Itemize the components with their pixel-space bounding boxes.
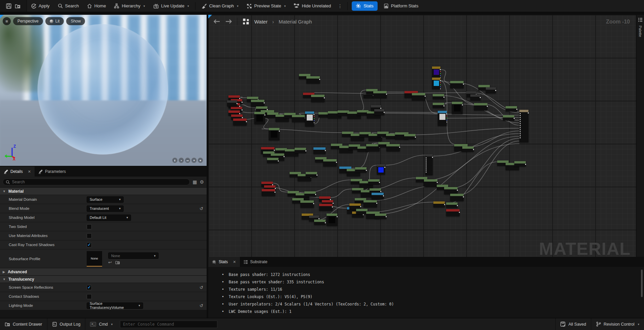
node-output-pin[interactable] <box>525 164 526 165</box>
node-output-pin[interactable] <box>384 112 385 113</box>
node-output-pin[interactable] <box>440 86 441 87</box>
graph-node[interactable] <box>372 193 384 199</box>
browse-to-asset-icon[interactable] <box>15 3 20 9</box>
use-selected-icon[interactable]: ↩ <box>108 260 112 265</box>
node-output-pin[interactable] <box>457 205 458 206</box>
node-output-pin[interactable] <box>432 157 433 158</box>
graph-node[interactable] <box>305 111 314 127</box>
section-header-material[interactable]: ▼Material <box>0 187 207 195</box>
graph-node[interactable] <box>470 94 480 100</box>
browse-icon[interactable] <box>115 260 120 265</box>
node-output-pin[interactable] <box>337 216 338 217</box>
node-output-pin[interactable] <box>384 167 385 168</box>
node-output-pin[interactable] <box>242 117 243 118</box>
node-input-pin[interactable] <box>520 131 521 132</box>
node-output-pin[interactable] <box>446 115 447 116</box>
node-output-pin[interactable] <box>380 191 381 192</box>
node-output-pin[interactable] <box>242 109 243 110</box>
stats-toggle-button[interactable]: i Stats <box>352 1 378 11</box>
node-input-pin[interactable] <box>520 121 521 122</box>
graph-node[interactable] <box>404 134 416 139</box>
preview-viewport[interactable]: ≡ Perspective Lit Show Z X ▮ ● ▬ ■ ◆ <box>0 15 207 166</box>
node-input-pin[interactable] <box>426 168 427 169</box>
node-output-pin[interactable] <box>325 150 326 151</box>
graph-node[interactable] <box>327 214 337 226</box>
node-output-pin[interactable] <box>366 170 367 171</box>
node-output-pin[interactable] <box>360 206 361 207</box>
preview-cylinder-button[interactable]: ▮ <box>172 157 178 163</box>
graph-node[interactable] <box>313 147 326 154</box>
tab-parameters[interactable]: Parameters <box>35 167 70 177</box>
display-options-icon[interactable]: ▦ <box>192 180 197 184</box>
node-output-pin[interactable] <box>473 149 474 150</box>
cmd-selector[interactable]: >_ Cmd ▾ <box>85 318 117 330</box>
breadcrumb-page[interactable]: Material Graph <box>278 19 312 25</box>
graph-node[interactable] <box>438 111 447 126</box>
graph-node[interactable] <box>269 128 280 140</box>
node-input-pin[interactable] <box>426 161 427 162</box>
node-output-pin[interactable] <box>440 80 441 81</box>
node-output-pin[interactable] <box>459 212 460 213</box>
reset-to-default-icon[interactable]: ↺ <box>200 285 203 290</box>
node-input-pin[interactable] <box>426 166 427 167</box>
node-output-pin[interactable] <box>246 121 247 122</box>
preview-plane-button[interactable]: ▬ <box>185 157 190 163</box>
lit-mode-button[interactable]: Lit <box>45 17 64 25</box>
node-output-pin[interactable] <box>324 97 325 98</box>
details-search-box[interactable] <box>3 179 190 185</box>
node-output-pin[interactable] <box>440 71 441 72</box>
checkbox[interactable]: ✓ <box>87 285 92 290</box>
node-output-pin[interactable] <box>446 120 447 121</box>
graph-node[interactable] <box>373 91 387 98</box>
node-output-pin[interactable] <box>446 122 447 123</box>
graph-node[interactable] <box>425 154 433 175</box>
node-input-pin[interactable] <box>520 133 521 134</box>
tab-stats[interactable]: i Stats ✕ <box>208 257 240 267</box>
section-header-translucency[interactable]: ▼Translucency <box>0 275 207 283</box>
graph-node[interactable] <box>355 167 367 173</box>
graph-node[interactable] <box>514 161 526 167</box>
node-output-pin[interactable] <box>284 156 285 157</box>
node-output-pin[interactable] <box>336 162 337 163</box>
reset-to-default-icon[interactable]: ↺ <box>200 303 203 308</box>
node-input-pin[interactable] <box>426 172 427 173</box>
graph-node[interactable] <box>424 179 437 187</box>
stats-scrollbar[interactable] <box>641 270 643 297</box>
node-output-pin[interactable] <box>278 160 279 161</box>
node-output-pin[interactable] <box>440 69 441 70</box>
node-output-pin[interactable] <box>314 120 315 121</box>
show-button[interactable]: Show <box>66 17 85 25</box>
node-output-pin[interactable] <box>516 109 517 110</box>
hide-unrelated-button[interactable]: Hide Unrelated <box>290 0 335 12</box>
checkbox[interactable] <box>87 224 92 229</box>
node-output-pin[interactable] <box>514 118 515 119</box>
node-output-pin[interactable] <box>264 102 265 103</box>
dropdown[interactable]: Surface TranslucencyVolume▾ <box>87 302 143 309</box>
home-button[interactable]: Home <box>83 0 110 12</box>
node-input-pin[interactable] <box>520 115 521 116</box>
graph-node[interactable] <box>356 209 368 214</box>
preview-state-button[interactable]: Preview State ▾ <box>243 0 290 12</box>
node-output-pin[interactable] <box>440 73 441 74</box>
tab-substrate[interactable]: Substrate <box>240 257 271 267</box>
graph-node[interactable] <box>363 200 377 207</box>
graph-node[interactable] <box>300 200 314 208</box>
node-output-pin[interactable] <box>239 113 240 114</box>
node-output-pin[interactable] <box>463 84 464 85</box>
graph-node[interactable] <box>262 189 275 196</box>
graph-node[interactable] <box>306 172 317 177</box>
tab-details[interactable]: Details ✕ <box>0 167 35 177</box>
node-output-pin[interactable] <box>318 218 319 219</box>
node-output-pin[interactable] <box>446 113 447 114</box>
node-output-pin[interactable] <box>443 105 444 106</box>
graph-node[interactable] <box>446 202 458 208</box>
graph-node[interactable] <box>254 112 265 124</box>
apply-button[interactable]: Apply <box>27 0 54 12</box>
graph-node[interactable] <box>319 204 333 211</box>
content-drawer-button[interactable]: Content Drawer <box>0 318 47 330</box>
node-output-pin[interactable] <box>319 79 320 80</box>
perspective-button[interactable]: Perspective <box>13 17 43 25</box>
node-output-pin[interactable] <box>314 122 315 123</box>
graph-node[interactable] <box>306 76 320 84</box>
node-output-pin[interactable] <box>480 97 481 98</box>
